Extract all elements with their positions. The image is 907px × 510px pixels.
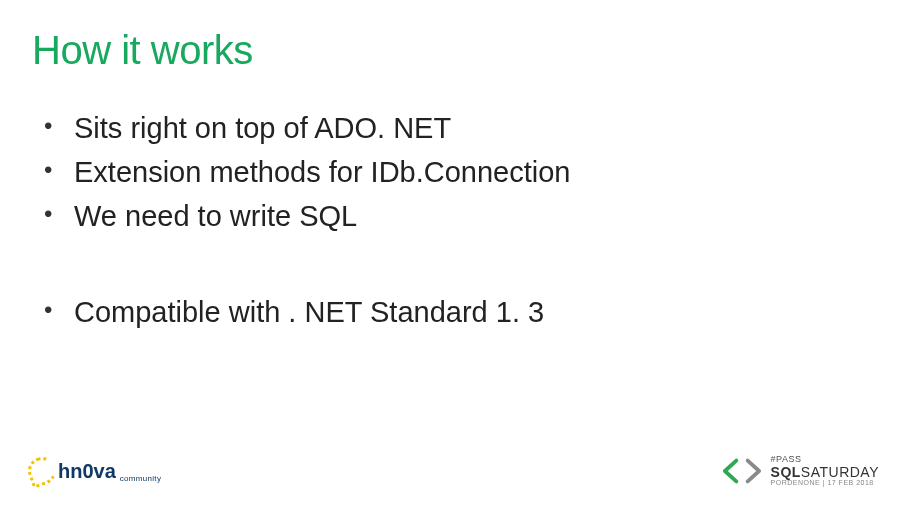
angle-brackets-icon xyxy=(723,458,761,484)
sponsor-logo-left: hn0va community xyxy=(28,457,161,485)
bullet-list-1: Sits right on top of ADO. NET Extension … xyxy=(32,107,875,237)
swirl-icon xyxy=(24,453,60,489)
footer: hn0va community #PASS SQLSATURDAY PORDEN… xyxy=(0,446,907,496)
event-logo-right: #PASS SQLSATURDAY PORDENONE | 17 FEB 201… xyxy=(723,455,879,486)
sponsor-subtitle: community xyxy=(120,474,161,483)
bullet-item: We need to write SQL xyxy=(32,195,875,237)
bullet-list-2: Compatible with . NET Standard 1. 3 xyxy=(32,291,875,333)
brand-text-3: va xyxy=(94,460,116,482)
event-location: PORDENONE | 17 FEB 2018 xyxy=(771,479,879,486)
spacer xyxy=(32,239,875,291)
bullet-item: Compatible with . NET Standard 1. 3 xyxy=(32,291,875,333)
event-title-sql: SQL xyxy=(771,464,801,480)
bullet-item: Extension methods for IDb.Connection xyxy=(32,151,875,193)
event-title-saturday: SATURDAY xyxy=(801,464,879,480)
bullet-item: Sits right on top of ADO. NET xyxy=(32,107,875,149)
event-text-block: #PASS SQLSATURDAY PORDENONE | 17 FEB 201… xyxy=(771,455,879,486)
slide-title: How it works xyxy=(32,28,875,73)
event-title: SQLSATURDAY xyxy=(771,465,879,480)
sponsor-brand: hn0va xyxy=(58,460,116,483)
brand-text-2: 0 xyxy=(82,460,93,482)
slide: How it works Sits right on top of ADO. N… xyxy=(0,0,907,510)
brand-text-1: hn xyxy=(58,460,82,482)
